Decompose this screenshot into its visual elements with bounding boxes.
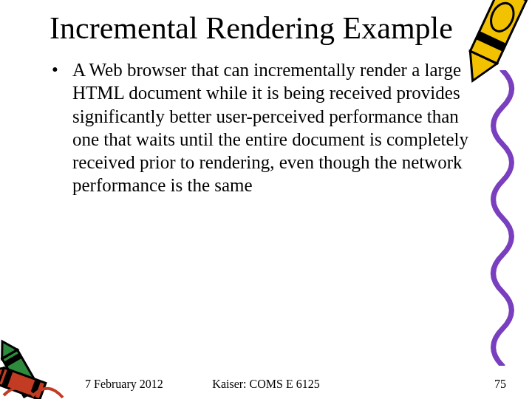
- svg-rect-11: [30, 379, 41, 398]
- slide: Incremental Rendering Example A Web brow…: [0, 0, 532, 399]
- footer-page: 75: [494, 378, 506, 391]
- svg-rect-5: [2, 349, 40, 397]
- svg-marker-8: [0, 337, 17, 358]
- svg-rect-9: [0, 368, 46, 399]
- svg-point-4: [487, 0, 518, 35]
- svg-rect-10: [1, 369, 13, 388]
- body-list: A Web browser that can incrementally ren…: [44, 58, 488, 197]
- footer-date: 7 February 2012: [85, 378, 163, 391]
- svg-rect-6: [4, 353, 22, 367]
- bullet-item: A Web browser that can incrementally ren…: [52, 58, 488, 197]
- svg-rect-2: [499, 0, 530, 1]
- footer-mid: Kaiser: COMS E 6125: [212, 378, 319, 391]
- svg-marker-12: [0, 363, 4, 384]
- slide-title: Incremental Rendering Example: [44, 11, 488, 45]
- crayons-decoration-icon: [0, 310, 89, 399]
- svg-rect-7: [18, 378, 37, 392]
